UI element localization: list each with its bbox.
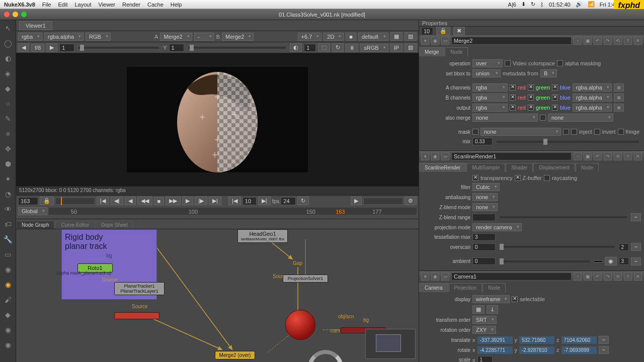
undo-icon[interactable]: ↶ xyxy=(594,37,602,45)
clip-button[interactable]: ◐ xyxy=(290,43,302,52)
tab-shader[interactable]: Shader xyxy=(506,163,533,172)
viewer-tab[interactable]: Viewer1 xyxy=(19,21,52,30)
camera-node[interactable] xyxy=(285,310,315,340)
b-green-checkbox[interactable] xyxy=(528,95,534,101)
current-frame-input[interactable] xyxy=(18,197,38,205)
gain-slider[interactable] xyxy=(78,47,159,49)
tool-furnace-icon[interactable]: ◉ xyxy=(3,280,13,290)
float-icon[interactable]: ▫ xyxy=(574,152,582,160)
b-blue-checkbox[interactable] xyxy=(552,95,558,101)
lock-all-icon[interactable]: 🔒 xyxy=(436,27,450,35)
translate-z-input[interactable] xyxy=(561,336,597,344)
overscan-slider[interactable] xyxy=(500,246,615,248)
max-panels-input[interactable] xyxy=(421,27,433,35)
tool-3d-icon[interactable]: ◆ xyxy=(3,83,13,94)
zrange-input[interactable] xyxy=(472,214,496,221)
tab-camera[interactable]: Camera xyxy=(419,283,448,292)
close-panel-icon[interactable]: ✕ xyxy=(634,152,642,160)
redo-icon[interactable]: ↷ xyxy=(604,273,612,281)
dope-icon[interactable]: ▭ xyxy=(441,37,449,45)
planartracker-node[interactable]: PlanarTracker1 PlanarTrackLayer1 xyxy=(114,282,165,295)
tab-multisample[interactable]: MultiSample xyxy=(466,163,505,172)
alpha-mask-checkbox[interactable] xyxy=(557,60,563,66)
also-merge-checkbox[interactable] xyxy=(540,115,546,121)
tool-paint-icon[interactable]: 🖌 xyxy=(3,295,13,305)
go-end-button[interactable]: ▶| xyxy=(209,197,221,205)
lock-icon[interactable]: 🔒 xyxy=(40,197,54,205)
menu-render[interactable]: Render xyxy=(122,2,140,8)
node-graph[interactable]: Rigid body planar track bg Roto1 (alpha … xyxy=(16,229,419,362)
a-red-checkbox[interactable] xyxy=(510,84,516,90)
colorspace-dropdown[interactable]: RGB xyxy=(86,33,111,41)
center-icon[interactable]: ◉ xyxy=(431,152,439,160)
metadata-dropdown[interactable]: B xyxy=(540,69,557,77)
tool-time-icon[interactable]: ◔ xyxy=(3,189,13,199)
tool-draw-icon[interactable]: ✎ xyxy=(3,114,13,124)
zrange-slider[interactable] xyxy=(500,216,627,218)
tab-node[interactable]: Node xyxy=(576,163,599,172)
go-start-button[interactable]: |◀ xyxy=(97,197,109,205)
ambient-input[interactable] xyxy=(472,257,496,265)
selected-node[interactable] xyxy=(114,312,159,319)
redo-icon[interactable]: ↷ xyxy=(604,37,612,45)
b-alpha-dropdown[interactable]: rgba.alpha xyxy=(573,94,612,102)
tool-cube-icon[interactable]: ⬢ xyxy=(3,159,13,169)
scale-x-input[interactable] xyxy=(477,356,493,362)
b-channels-dropdown[interactable]: rgba xyxy=(472,94,508,102)
a-blue-checkbox[interactable] xyxy=(552,84,558,90)
bbox-dropdown[interactable]: union xyxy=(472,69,501,77)
projection-dropdown[interactable]: render camera xyxy=(472,223,522,231)
wipe-dropdown[interactable]: - xyxy=(194,33,214,41)
o-green-checkbox[interactable] xyxy=(528,105,534,111)
o-ch-menu-icon[interactable]: ≡ xyxy=(614,104,624,112)
tab-displacement[interactable]: Displacement xyxy=(533,163,575,172)
loop-button[interactable]: ↻ xyxy=(297,197,309,205)
proxy-button[interactable]: ■ xyxy=(346,33,356,41)
translate-anim-icon[interactable]: ~ xyxy=(599,336,609,344)
menu-viewer[interactable]: Viewer xyxy=(99,2,115,8)
ip-button[interactable]: IP xyxy=(390,44,403,52)
tess-input[interactable] xyxy=(472,233,496,241)
b-ch-menu-icon[interactable]: ≡ xyxy=(614,94,624,102)
ambient2-input[interactable] xyxy=(619,257,629,265)
collapse-icon[interactable]: ▾ xyxy=(421,273,429,281)
revert-icon[interactable]: ⟲ xyxy=(614,273,622,281)
node-name-input[interactable] xyxy=(451,273,572,281)
refresh-button[interactable]: ↻ xyxy=(332,43,344,52)
increment-input[interactable] xyxy=(243,197,257,205)
overscan2-input[interactable] xyxy=(619,243,629,251)
minimize-icon[interactable] xyxy=(13,12,18,17)
out-alpha-dropdown[interactable]: rgba.alpha xyxy=(573,104,612,112)
headgeo-node[interactable]: HeadGeo1 ianBaseModel_0007.fbx xyxy=(237,229,288,243)
translate-y-input[interactable] xyxy=(519,336,554,344)
tab-node-graph[interactable]: Node Graph xyxy=(16,221,54,229)
a-alpha-dropdown[interactable]: rgba.alpha xyxy=(573,83,612,92)
ambient-color-swatch[interactable] xyxy=(594,260,603,262)
tab-scanlinerender[interactable]: ScanlineRender xyxy=(419,163,466,172)
timeline-ruler[interactable]: 50 100 150 177 163 xyxy=(49,208,417,215)
fstop-input[interactable] xyxy=(59,44,74,52)
zbuffer-checkbox[interactable] xyxy=(515,175,521,181)
transparency-checkbox[interactable] xyxy=(472,175,478,181)
prev-key-button[interactable]: ◀| xyxy=(111,197,123,205)
tab-dope-sheet[interactable]: Dope Sheet xyxy=(96,221,133,229)
projectionsolver-node[interactable]: ProjectionSolver1 xyxy=(283,275,328,283)
tool-wrench-icon[interactable]: 🔧 xyxy=(3,234,13,244)
a-channels-dropdown[interactable]: rgba xyxy=(472,83,508,92)
next-frame-button[interactable]: ▶ xyxy=(46,43,57,52)
input-b-dropdown[interactable]: Merge2 xyxy=(222,33,254,41)
tool-curve-icon[interactable]: ◯ xyxy=(3,38,13,48)
menu-file[interactable]: File xyxy=(42,2,51,8)
play-back-button[interactable]: ◀◀ xyxy=(137,197,152,205)
merge2-node[interactable]: Merge2 (over) xyxy=(215,351,255,359)
stop-button[interactable]: ■ xyxy=(154,197,165,205)
also-merge-dropdown[interactable]: none xyxy=(472,114,538,122)
tool-pointer-icon[interactable]: ↖ xyxy=(3,23,13,33)
undo-icon[interactable]: ↶ xyxy=(594,152,602,160)
tool-tag-icon[interactable]: 🏷 xyxy=(3,219,13,229)
operation-dropdown[interactable]: over xyxy=(472,59,503,67)
b-red-checkbox[interactable] xyxy=(510,95,516,101)
o-blue-checkbox[interactable] xyxy=(552,105,558,111)
play-button[interactable]: ▶▶ xyxy=(166,197,181,205)
snap-icon[interactable]: ▦ xyxy=(472,305,485,314)
